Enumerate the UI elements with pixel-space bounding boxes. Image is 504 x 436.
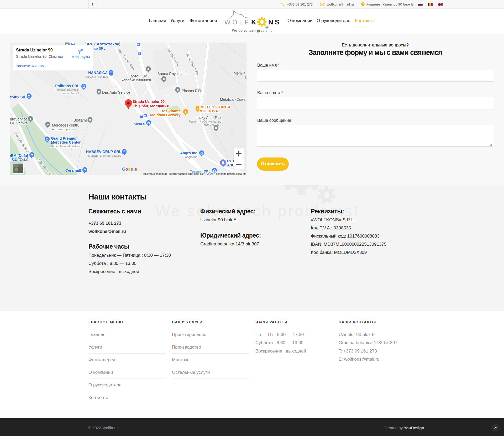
- svg-text:o: o: [128, 167, 131, 171]
- svg-text:Картонные: Картонные: [129, 74, 147, 78]
- svg-text:HABSEV GRUP SRL: HABSEV GRUP SRL: [86, 150, 122, 154]
- svg-text:cer-lux Srl: cer-lux Srl: [10, 95, 25, 99]
- svg-text:o: o: [125, 167, 128, 171]
- svg-text:Быстрые клавиши: Быстрые клавиши: [143, 172, 167, 175]
- svg-text:g: g: [131, 167, 133, 171]
- svg-text:автомобилей: автомобилей: [61, 92, 79, 95]
- svg-text:Условия использования: Условия использования: [216, 172, 246, 175]
- svg-text:Metalica - Zuev S: Metalica - Zuev S: [220, 97, 246, 102]
- svg-text:G: G: [122, 167, 125, 171]
- svg-text:Маршруты: Маршруты: [71, 55, 90, 59]
- svg-text:Politrans SRL: Politrans SRL: [55, 84, 79, 88]
- svg-text:WOLF: WOLF: [224, 19, 250, 26]
- svg-text:NS: NS: [268, 18, 280, 26]
- svg-text:utoService: utoService: [10, 117, 27, 121]
- svg-text:e: e: [135, 167, 137, 171]
- svg-text:K: K: [251, 18, 256, 26]
- svg-text:Продажа грузовых: Продажа грузовых: [54, 88, 79, 91]
- svg-text:Bioflame: Bioflame: [74, 118, 88, 122]
- svg-text:Chișinău, Молдавия: Chișinău, Молдавия: [133, 104, 169, 108]
- svg-text:Увеличить карту: Увеличить карту: [16, 64, 44, 68]
- svg-text:Магазин электротоваров: Магазин электротоваров: [88, 154, 121, 157]
- svg-text:Автомастерская: Автомастерская: [52, 128, 74, 131]
- svg-text:angro.md: angro.md: [185, 155, 197, 159]
- svg-text:Strada Uzinelor 90: Strada Uzinelor 90: [16, 48, 53, 52]
- svg-text:Дилер Mercedes-Benz: Дилер Mercedes-Benz: [51, 145, 80, 148]
- svg-text:автомобилей: автомобилей: [203, 123, 221, 127]
- svg-text:коробки кишинев...: коробки кишинев...: [122, 78, 154, 82]
- svg-text:Moldova Brewery: Moldova Brewery: [150, 113, 181, 117]
- svg-text:Strada Uzinelor 90,: Strada Uzinelor 90,: [133, 99, 166, 104]
- svg-text:NANASICA: NANASICA: [88, 71, 108, 75]
- svg-text:Angro.md: Angro.md: [180, 151, 197, 155]
- svg-text:Mercedes centru: Mercedes centru: [52, 123, 79, 127]
- svg-text:DEM (Dufa): DEM (Dufa): [10, 154, 28, 158]
- svg-text:Grand Premium: Grand Premium: [51, 136, 78, 140]
- svg-text:G: G: [245, 75, 246, 80]
- svg-text:GE Varnita: GE Varnita: [10, 121, 28, 125]
- svg-text:Memilit: Memilit: [234, 71, 245, 75]
- svg-text:Sauna Royalstatus: Sauna Royalstatus: [158, 72, 188, 76]
- svg-text:M S.R.L. (Dufa): M S.R.L. (Dufa): [10, 157, 28, 161]
- svg-text:Ремонт и обслуживание: Ремонт и обслуживание: [189, 120, 221, 123]
- svg-text:Lucky Auto Test: Lucky Auto Test: [196, 115, 221, 120]
- svg-text:l: l: [133, 167, 134, 171]
- svg-text:Plasma RTI: Plasma RTI: [182, 89, 201, 93]
- svg-text:Das Auto Service: Das Auto Service: [102, 90, 130, 94]
- svg-text:Mercedes Center: Mercedes Center: [51, 140, 81, 144]
- svg-text:We solve tech problems!: We solve tech problems!: [232, 29, 274, 33]
- svg-text:Магазин игрушек: Магазин игрушек: [85, 75, 108, 78]
- svg-text:IM EFES VITANTA: IM EFES VITANTA: [200, 105, 230, 109]
- svg-text:Картографические данные © 2023: Картографические данные © 2023: [169, 172, 213, 175]
- svg-text:Ceramall: Ceramall: [65, 168, 81, 172]
- svg-text:Efes Vitanta: Efes Vitanta: [160, 109, 181, 113]
- svg-text:SINAX: SINAX: [134, 122, 145, 126]
- svg-text:Strada Uzinelor 90, Chișinău: Strada Uzinelor 90, Chișinău: [16, 54, 63, 59]
- svg-text:MOLDOVA...: MOLDOVA...: [200, 109, 221, 113]
- svg-text:АЗС: АЗС: [227, 163, 235, 167]
